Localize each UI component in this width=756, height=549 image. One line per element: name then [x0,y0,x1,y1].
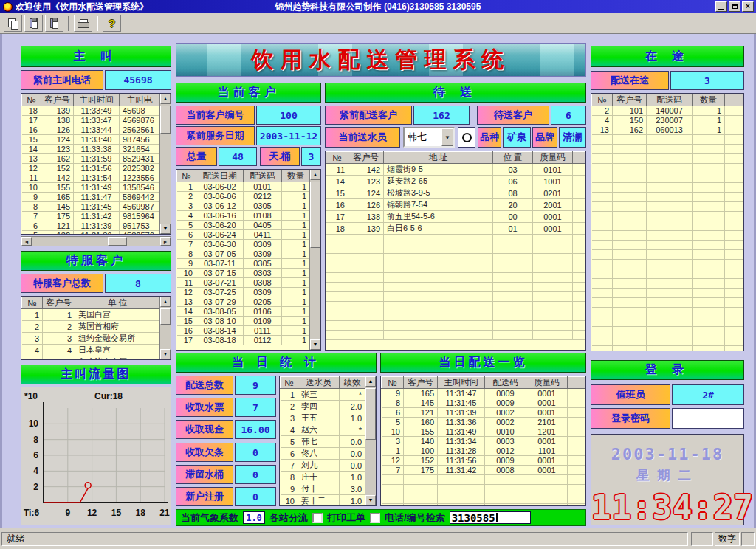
table-row[interactable]: 22英国首相府 [22,321,160,333]
table-row[interactable]: 11142烟霞街9-5030101 [326,164,586,176]
table-row[interactable]: 403-06-1601081 [177,211,310,221]
chevron-down-icon[interactable]: ▼ [441,128,453,146]
table-row[interactable]: 21011400071 [592,106,744,116]
scroll-left-icon[interactable]: ◄ [21,237,32,246]
table-row[interactable]: 1512411:33:40987456 [22,135,160,145]
table-row[interactable]: 916511:31:475869442 [22,193,160,202]
table-row[interactable]: 1215211:31:5600090001 [382,456,586,466]
table-row[interactable]: 16126锦朝路7-54202001 [326,199,586,211]
table-row[interactable]: 1603-08-1401111 [177,326,310,336]
staff-vertical-scrollbar[interactable]: ▲ ▼ [365,376,376,505]
login-password-input[interactable] [672,408,744,429]
caller-table[interactable]: №客户号主叫时间主叫电1813911:33:49456981713811:33:… [21,94,160,235]
special-customers-table[interactable]: №客户号单 位11美国白宫22英国首相府33纽约金融交易所44日本皇宫55印度议… [21,297,160,360]
table-row[interactable]: 503-06-2004051 [177,221,310,230]
staff-performance-table[interactable]: №送水员绩效1张三*2李四2.03王五1.04赵六*5韩七0.06佟八0.07刘… [280,376,365,506]
table-row[interactable]: 1215211:31:562825382 [22,164,160,173]
caller-horizontal-scrollbar[interactable]: ◄ ► [21,236,171,246]
help-button[interactable]: ? [103,15,121,32]
table-row[interactable]: 916511:31:4700090001 [382,389,586,398]
station-split-checkbox[interactable] [312,513,323,523]
special-vertical-scrollbar[interactable]: ▲ ▼ [159,297,171,359]
table-row[interactable]: 612111:31:39951753 [22,221,160,231]
table-row[interactable]: 1403-08-0501061 [177,307,310,317]
print-button[interactable] [74,15,92,32]
table-row[interactable]: 2李四2.0 [281,401,365,412]
scrollbar-thumb[interactable] [160,308,171,325]
caller-vertical-scrollbar[interactable]: ▲ ▼ [159,94,171,234]
weather-coefficient-input[interactable]: 1.0 [243,511,265,524]
table-row[interactable]: 17138前五里54-5-6000001 [326,211,586,223]
table-row[interactable]: 110011:31:2800121101 [382,446,586,456]
table-row[interactable]: 55印度议会大厦 [22,356,160,361]
table-row[interactable]: 11美国白宫 [22,309,160,321]
table-row[interactable]: 603-06-2404111 [177,230,310,240]
table-row[interactable]: 33纽约金融交易所 [22,333,160,345]
scrollbar-thumb[interactable] [365,388,376,440]
table-row[interactable]: 18139白日6-5-6010001 [326,223,586,235]
scrollbar-thumb[interactable] [310,182,320,248]
phone-search-input[interactable]: 3130585 [450,511,531,524]
scrollbar-thumb[interactable] [108,237,127,246]
scroll-down-icon[interactable]: ▼ [160,349,171,359]
scroll-right-icon[interactable]: ► [160,237,171,246]
scroll-up-icon[interactable]: ▲ [310,170,320,180]
table-row[interactable]: 5韩七0.0 [281,436,365,448]
table-row[interactable]: 4赵六* [281,424,365,436]
table-row[interactable]: 9付十一3.0 [281,483,365,495]
table-row[interactable]: 703-06-3003091 [177,240,310,249]
table-row[interactable]: 1015511:31:491358546 [22,183,160,193]
in-transit-table[interactable]: №客户号配送码数量2101140007141502300071131620600… [591,94,744,351]
table-row[interactable]: 6佟八0.0 [281,448,365,460]
scroll-up-icon[interactable]: ▲ [365,376,376,387]
table-row[interactable]: 903-07-1103051 [177,259,310,269]
table-row[interactable]: 131620600131 [592,125,744,135]
table-row[interactable]: 41502300071 [592,116,744,125]
table-row[interactable]: 1316211:31:598529431 [22,154,160,164]
copy-button[interactable] [4,15,22,32]
table-row[interactable]: 1103-07-2103081 [177,278,310,288]
table-row[interactable]: 612111:31:3900020001 [382,408,586,418]
table-row[interactable]: 8庄十1.0 [281,472,365,483]
table-row[interactable]: 1303-07-2902051 [177,297,310,307]
close-button[interactable]: × [742,1,754,12]
table-row[interactable]: 814511:31:4500090001 [382,398,586,408]
print-ticket-checkbox[interactable] [370,513,380,523]
table-row[interactable]: 1813911:33:4945698 [22,106,160,116]
table-row[interactable]: 803-07-0503091 [177,249,310,259]
table-row[interactable]: 1713811:33:474569876 [22,116,160,125]
table-row[interactable]: 1612611:33:442562561 [22,125,160,135]
scroll-down-icon[interactable]: ▼ [160,224,171,234]
table-row[interactable]: 814511:31:454569987 [22,202,160,212]
table-row[interactable]: 10姜十二1.0 [281,495,365,507]
table-row[interactable]: 3王五1.0 [281,412,365,424]
scroll-up-icon[interactable]: ▲ [160,297,171,307]
table-row[interactable]: 103-06-0201011 [177,182,310,192]
paste-button-2[interactable] [45,15,63,32]
table-row[interactable]: 1015511:31:4900101201 [382,427,586,437]
table-row[interactable]: 1503-08-1001091 [177,317,310,326]
pending-table[interactable]: №客户号地 址位 置质量码11142烟霞街9-503010114123延安路2-… [326,151,586,340]
table-row[interactable]: 44日本皇宫 [22,345,160,356]
table-row[interactable]: 314011:31:3400030001 [382,437,586,446]
table-row[interactable]: 1003-07-1503031 [177,269,310,278]
minimize-button[interactable] [715,1,727,12]
scroll-down-icon[interactable]: ▼ [365,495,376,505]
table-row[interactable]: 516011:31:3600022101 [382,418,586,427]
table-row[interactable]: 1703-08-1801121 [177,336,310,345]
table-row[interactable]: 717511:31:429815964 [22,212,160,221]
delivery-history-table[interactable]: №配送日期配送码数量103-06-0201011203-06-060212130… [176,170,310,345]
table-row[interactable]: 1412311:33:38321654 [22,145,160,154]
scrollbar-thumb[interactable] [160,106,171,134]
history-vertical-scrollbar[interactable]: ▲ ▼ [309,170,320,350]
table-row[interactable]: 1114211:31:541223556 [22,173,160,183]
confirm-worker-button[interactable] [458,127,475,148]
daily-overview-table[interactable]: №客户号主叫时间配送码质量码916511:31:4700090001814511… [381,376,586,506]
scroll-down-icon[interactable]: ▼ [310,339,320,350]
table-row[interactable]: 14123延安路2-65061001 [326,176,586,187]
table-row[interactable]: 717511:31:4200080001 [382,466,586,475]
paste-button[interactable] [24,15,43,32]
table-row[interactable]: 15124松坡路3-9-5080201 [326,187,586,199]
scroll-up-icon[interactable]: ▲ [160,94,171,104]
table-row[interactable]: 303-06-1203051 [177,201,310,211]
